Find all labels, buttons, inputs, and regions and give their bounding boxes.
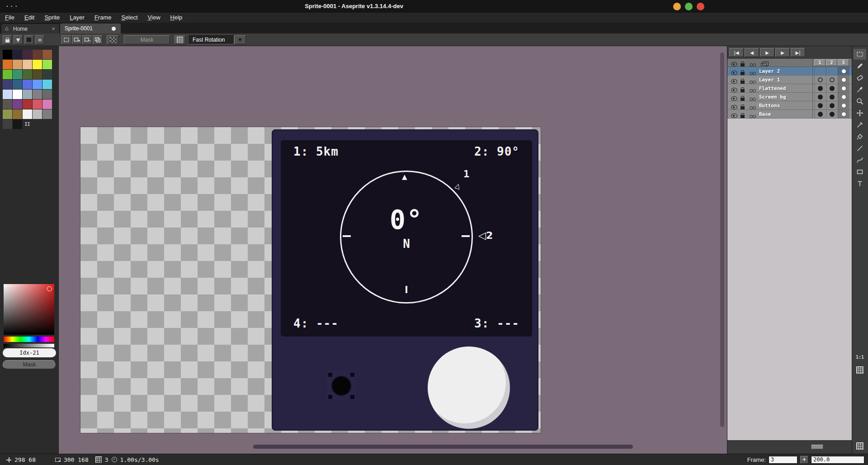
mask-button[interactable]: Mask: [124, 35, 170, 44]
palette-swatch-31[interactable]: [13, 109, 22, 119]
tab-sprite-0001[interactable]: Sprite-0001: [60, 24, 121, 33]
palette-swatch-7[interactable]: [23, 60, 32, 69]
prev-frame-button[interactable]: ◀: [745, 48, 759, 57]
cel-frame-2[interactable]: [826, 84, 838, 92]
dropdown-arrow-button[interactable]: ▼: [234, 35, 246, 44]
selection-intersect-button[interactable]: [93, 35, 103, 44]
palette-swatch-1[interactable]: [13, 50, 22, 59]
grid-settings-button[interactable]: [175, 35, 185, 44]
frame-header-1[interactable]: 1: [814, 59, 826, 66]
menu-view[interactable]: View: [143, 13, 165, 23]
palette-swatch-13[interactable]: [33, 70, 42, 79]
layer-row-screen-bg[interactable]: Screen bg: [727, 93, 852, 101]
frame-number-input[interactable]: 3: [769, 456, 797, 464]
cel-frame-2[interactable]: [826, 67, 838, 75]
menu-help[interactable]: Help: [165, 13, 188, 23]
canvas-workspace[interactable]: 1: 5km 2: 90° 4: --- 3: --- ▲ △ 1 ◁2 0° …: [59, 46, 727, 454]
play-button[interactable]: ▶: [760, 48, 774, 57]
slice-tool[interactable]: [854, 119, 866, 130]
timeline-toggle-button[interactable]: [856, 442, 863, 450]
zoom-tool[interactable]: [854, 96, 866, 107]
cel-frame-3[interactable]: [838, 67, 849, 75]
palette-size-button[interactable]: [24, 35, 33, 44]
frame-header-2[interactable]: 2: [826, 59, 837, 66]
sprite-canvas[interactable]: 1: 5km 2: 90° 4: --- 3: --- ▲ △ 1 ◁2 0° …: [80, 127, 541, 433]
cel-frame-3[interactable]: [838, 76, 849, 84]
palette-swatch-26[interactable]: [13, 100, 22, 109]
tab-close-icon[interactable]: ×: [50, 25, 57, 32]
palette-swatch-5[interactable]: [3, 60, 12, 69]
palette-swatch-33[interactable]: [33, 109, 42, 119]
palette-sort-button[interactable]: ▼: [14, 35, 23, 44]
frame-plus-button[interactable]: +: [800, 456, 808, 464]
cel-frame-3[interactable]: [838, 101, 849, 109]
foreground-color-index-button[interactable]: Idx-21: [3, 348, 56, 357]
cel-frame-3[interactable]: [838, 84, 849, 92]
palette-swatch-22[interactable]: [23, 90, 32, 99]
curve-tool[interactable]: [854, 155, 866, 166]
pencil-tool[interactable]: [854, 61, 866, 71]
menu-sprite[interactable]: Sprite: [39, 13, 65, 23]
color-picker-handle[interactable]: [47, 286, 52, 291]
text-tool[interactable]: [854, 178, 866, 189]
palette-swatch-2[interactable]: [23, 50, 32, 59]
palette-swatch-34[interactable]: [42, 109, 52, 119]
palette-swatch-12[interactable]: [23, 70, 32, 79]
layer-row-flattened[interactable]: Flattened: [727, 84, 852, 93]
palette-swatch-36[interactable]: [13, 119, 22, 129]
selection-subtract-button[interactable]: [82, 35, 92, 44]
cel-frame-1[interactable]: [814, 67, 826, 75]
cel-frame-1[interactable]: [814, 110, 826, 118]
close-button[interactable]: [697, 3, 704, 10]
layer-row-layer-1[interactable]: Layer 1: [727, 76, 852, 84]
next-frame-button[interactable]: ▶: [775, 48, 790, 57]
eyedropper-tool[interactable]: [854, 84, 866, 95]
palette-swatch-28[interactable]: [33, 100, 42, 109]
last-frame-button[interactable]: ▶|: [791, 48, 805, 57]
cel-frame-2[interactable]: [826, 101, 838, 109]
value-slider[interactable]: [4, 344, 54, 347]
menu-select[interactable]: Select: [116, 13, 142, 23]
line-tool[interactable]: [854, 143, 866, 154]
palette-swatch-3[interactable]: [33, 50, 42, 59]
palette-swatch-23[interactable]: [33, 90, 42, 99]
zoom-input[interactable]: 200.0: [811, 456, 864, 464]
layer-row-base[interactable]: Base: [727, 110, 852, 119]
rectangular-marquee-tool[interactable]: [854, 49, 866, 60]
canvas-horizontal-scrollbar[interactable]: [253, 445, 633, 449]
cel-frame-2[interactable]: [826, 76, 838, 84]
menu-file[interactable]: File: [0, 13, 19, 23]
pixel-grid-button[interactable]: [856, 366, 863, 374]
cel-frame-1[interactable]: [814, 93, 826, 101]
palette-swatch-17[interactable]: [23, 80, 32, 89]
cel-frame-3[interactable]: [838, 110, 849, 118]
palette-swatch-30[interactable]: [3, 109, 12, 119]
cel-frame-1[interactable]: [814, 84, 826, 92]
saturation-value-picker[interactable]: [4, 284, 54, 335]
palette-swatch-27[interactable]: [23, 100, 32, 109]
maximize-button[interactable]: [685, 3, 693, 10]
cel-frame-3[interactable]: [838, 93, 849, 101]
palette-swatch-0[interactable]: [3, 50, 12, 59]
layer-row-layer-2[interactable]: Layer 2: [727, 67, 852, 76]
cel-frame-2[interactable]: [826, 110, 838, 118]
timeline-scroll-handle[interactable]: [811, 445, 823, 449]
palette-swatch-35[interactable]: [3, 119, 12, 129]
palette-swatch-6[interactable]: [13, 60, 22, 69]
layer-row-buttons[interactable]: Buttons: [727, 101, 852, 110]
palette-swatch-10[interactable]: [3, 70, 12, 79]
palette-menu-button[interactable]: ≡: [35, 35, 44, 44]
minimize-button[interactable]: [673, 3, 681, 10]
palette-swatch-21[interactable]: [13, 90, 22, 99]
palette-swatch-16[interactable]: [13, 80, 22, 89]
cel-frame-1[interactable]: [814, 76, 826, 84]
palette-swatch-29[interactable]: [42, 100, 52, 109]
selection-add-button[interactable]: [72, 35, 82, 44]
selection-options-button[interactable]: [107, 35, 118, 44]
rotation-algorithm-dropdown[interactable]: Fast Rotation: [189, 35, 234, 44]
actual-size-button[interactable]: 1:1: [854, 352, 866, 362]
palette-swatch-20[interactable]: [3, 90, 12, 99]
palette-swatch-9[interactable]: [42, 60, 52, 69]
cel-frame-2[interactable]: [826, 93, 838, 101]
first-frame-button[interactable]: |◀: [729, 48, 744, 57]
